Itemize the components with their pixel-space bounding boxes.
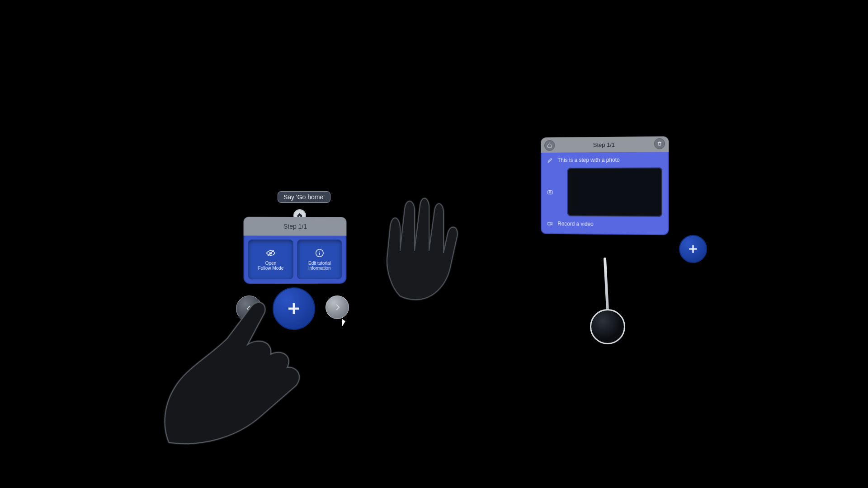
video-icon [547, 221, 553, 227]
eye-icon [266, 248, 276, 260]
photo-placeholder[interactable] [567, 168, 662, 217]
tile-label-line2: Follow Mode [258, 266, 283, 271]
home-icon [547, 143, 552, 148]
info-icon [315, 248, 325, 261]
chevron-right-icon [333, 303, 342, 312]
step-titlebar[interactable]: Step 1/1 [244, 217, 347, 236]
svg-rect-8 [548, 222, 551, 225]
record-video-row[interactable]: Record a video [547, 221, 662, 228]
pencil-icon [547, 157, 553, 164]
trash-icon [657, 141, 662, 146]
tether-line [604, 258, 609, 312]
pin-home-button[interactable] [544, 140, 555, 151]
plus-icon [687, 243, 699, 255]
right-hand-cursor [373, 183, 463, 300]
mouse-cursor [342, 319, 345, 326]
svg-point-3 [319, 251, 320, 252]
step-description: This is a step with a photo [557, 157, 619, 164]
edit-description-row[interactable]: This is a step with a photo [547, 156, 662, 163]
record-video-label: Record a video [557, 221, 594, 227]
step-label: Step 1/1 [283, 223, 307, 230]
tile-label-line1: Open [265, 261, 277, 266]
photo-row[interactable] [547, 168, 662, 217]
left-hand-cursor [139, 270, 314, 453]
tile-label-line1: Edit tutorial [308, 260, 331, 266]
step-label: Step 1/1 [593, 141, 615, 148]
voice-hint-chip: Say 'Go home' [278, 191, 330, 203]
step-titlebar[interactable]: Step 1/1 [541, 136, 669, 153]
svg-point-7 [549, 192, 551, 193]
add-media-button[interactable] [679, 235, 707, 263]
tutorial-panel-expanded: Step 1/1 This is a step with a photo [541, 136, 669, 235]
spatial-anchor-handle[interactable] [590, 309, 625, 344]
delete-step-button[interactable] [654, 138, 665, 149]
camera-icon [547, 189, 553, 195]
